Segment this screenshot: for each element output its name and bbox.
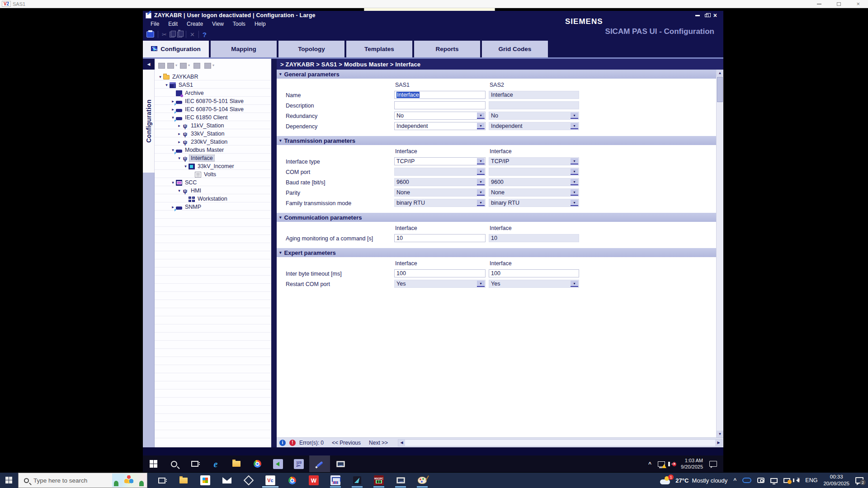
- next-button[interactable]: Next >>: [369, 440, 388, 446]
- section-expert-parameters[interactable]: ▾Expert parameters: [277, 248, 716, 257]
- tree-item[interactable]: ▸ψ33kV_Station: [155, 130, 271, 138]
- scroll-left-icon[interactable]: ◀: [398, 440, 405, 446]
- tree-item[interactable]: ▾33kV_Incomer: [155, 162, 271, 170]
- previous-button[interactable]: << Previous: [332, 440, 361, 446]
- file-explorer-button[interactable]: [173, 473, 194, 488]
- chrome-button[interactable]: [281, 473, 303, 488]
- parity-combo-sas1[interactable]: None▾: [394, 188, 486, 197]
- tab-reports[interactable]: Reports: [414, 41, 480, 57]
- aging-monitoring-input-sas1[interactable]: 10: [394, 234, 486, 242]
- tree-tool-interface-icon[interactable]: [167, 63, 174, 69]
- tree-item[interactable]: ▸Archive: [155, 89, 271, 97]
- menu-file[interactable]: File: [146, 20, 163, 28]
- remote-sicam-pas-ui[interactable]: [309, 455, 330, 472]
- remote-search-button[interactable]: [164, 455, 184, 472]
- dependency-combo-sas1[interactable]: Independent▾: [394, 122, 486, 130]
- vertical-tab-configuration[interactable]: Configuration: [143, 70, 155, 173]
- mx-opc-button[interactable]: MXOPC: [368, 473, 390, 488]
- collapse-panel-button[interactable]: ◀: [143, 59, 155, 70]
- restart-com-port-combo-sas1[interactable]: Yes▾: [394, 280, 486, 288]
- app-restore-button[interactable]: [705, 14, 708, 17]
- scroll-right-icon[interactable]: ▶: [715, 440, 722, 446]
- com-port-combo-sas2[interactable]: ▾: [489, 168, 579, 176]
- scrollbar-thumb[interactable]: [717, 77, 723, 102]
- tree-tool-list-icon[interactable]: [204, 63, 211, 69]
- tab-grid-codes[interactable]: Grid Codes: [482, 41, 548, 57]
- volume-icon[interactable]: [796, 478, 799, 483]
- digsi-button[interactable]: [346, 473, 368, 488]
- taskbar-search[interactable]: Type here to search: [18, 473, 147, 488]
- remote-chrome[interactable]: [247, 455, 268, 472]
- tree-item[interactable]: ▸IEC 60870-5-104 Slave: [155, 105, 271, 113]
- error-icon[interactable]: !: [289, 440, 296, 446]
- info-icon[interactable]: i: [279, 440, 286, 446]
- horizontal-scrollbar[interactable]: ◀ ▶: [398, 439, 722, 446]
- capture-icon[interactable]: [757, 478, 764, 483]
- tree-item[interactable]: ▾Modbus Master: [155, 146, 271, 154]
- remote-sicam-scc-tool[interactable]: 1232✂: [288, 455, 309, 472]
- task-view-button[interactable]: [151, 473, 173, 488]
- hidden-icons-chevron[interactable]: ^: [733, 477, 736, 483]
- network-icon[interactable]: [770, 478, 778, 483]
- tree-item[interactable]: ▾SAS1: [155, 81, 271, 89]
- name-input-sas1[interactable]: Interface: [394, 91, 486, 99]
- vnc-minimize-button[interactable]: [817, 4, 821, 5]
- menu-tools[interactable]: Tools: [229, 20, 250, 28]
- tree-item[interactable]: ▾ZAYKABR: [155, 73, 271, 81]
- wps-office-button[interactable]: W: [303, 473, 325, 488]
- delete-icon[interactable]: ✕: [190, 32, 195, 38]
- description-input-sas1[interactable]: [394, 101, 486, 109]
- tree-params-splitter[interactable]: [271, 59, 277, 447]
- remote-volume-muted-icon[interactable]: ✕: [671, 462, 675, 466]
- paint-app-button[interactable]: [411, 473, 433, 488]
- family-transmission-combo-sas1[interactable]: binary RTU▾: [394, 199, 486, 207]
- paste-icon[interactable]: [177, 32, 182, 38]
- remote-start-button[interactable]: [143, 455, 164, 472]
- language-indicator[interactable]: ENG: [805, 477, 817, 483]
- weather-widget[interactable]: 1 27°C Mostly cloudy: [660, 476, 727, 484]
- menu-create[interactable]: Create: [183, 20, 207, 28]
- copy-icon[interactable]: [170, 32, 175, 38]
- cut-icon[interactable]: ✂: [162, 32, 167, 38]
- vnc-close-button[interactable]: ×: [856, 1, 860, 7]
- baud-rate-combo-sas2[interactable]: 9600▾: [489, 178, 579, 186]
- remote-clock[interactable]: 1:03 AM9/20/2025: [681, 458, 703, 470]
- vertical-scrollbar[interactable]: ▲ ▼: [716, 70, 723, 437]
- tab-topology[interactable]: Topology: [278, 41, 344, 57]
- tree-item[interactable]: ▸Workstation: [155, 195, 271, 203]
- tree-item[interactable]: ▸IEC 60870-5-101 Slave: [155, 97, 271, 105]
- onedrive-icon[interactable]: [742, 478, 751, 483]
- substation-tool-button[interactable]: [325, 473, 346, 488]
- baud-rate-combo-sas1[interactable]: 9600▾: [394, 178, 486, 186]
- redundancy-combo-sas2[interactable]: No▾: [489, 112, 579, 120]
- search-doodle-image[interactable]: [112, 474, 146, 487]
- vnc-restore-button[interactable]: [837, 2, 841, 6]
- restart-com-port-combo-sas2[interactable]: Yes▾: [489, 280, 579, 288]
- inter-byte-timeout-input-sas1[interactable]: 100: [394, 269, 486, 277]
- print-icon[interactable]: [146, 31, 154, 38]
- section-general-parameters[interactable]: ▾General parameters: [277, 70, 716, 79]
- menu-help[interactable]: Help: [250, 20, 270, 28]
- tree-tool-system-icon[interactable]: [158, 63, 165, 69]
- tree-item[interactable]: ▸SNMP: [155, 203, 271, 211]
- tab-templates[interactable]: Templates: [346, 41, 412, 57]
- section-transmission-parameters[interactable]: ▾Transmission parameters: [277, 136, 716, 145]
- tree-item-selected[interactable]: ▾ψInterface: [155, 154, 271, 162]
- section-communication-parameters[interactable]: ▾Communication parameters: [277, 213, 716, 222]
- vnc-viewer-button[interactable]: Vc: [259, 473, 281, 488]
- inter-byte-timeout-input-sas2[interactable]: 100: [489, 269, 579, 277]
- remote-task-view-button[interactable]: [184, 455, 205, 472]
- scroll-up-icon[interactable]: ▲: [717, 70, 723, 76]
- clock[interactable]: 00:3320/09/2025: [823, 474, 849, 487]
- tree-tool-plug-icon[interactable]: [180, 63, 187, 69]
- scroll-down-icon[interactable]: ▼: [717, 431, 723, 437]
- tree-item[interactable]: ▸ψ230kV_Station: [155, 138, 271, 146]
- menu-edit[interactable]: Edit: [164, 20, 182, 28]
- family-transmission-combo-sas2[interactable]: binary RTU▾: [489, 199, 579, 207]
- com-port-combo-sas1[interactable]: ▾: [394, 168, 486, 176]
- tree-item[interactable]: ▸Volts: [155, 170, 271, 178]
- screen-share-icon[interactable]: [783, 478, 790, 483]
- remote-network-warning-icon[interactable]: [658, 461, 665, 467]
- remote-action-center-icon[interactable]: [709, 461, 717, 467]
- interface-type-combo-sas1[interactable]: TCP/IP▾: [394, 157, 486, 165]
